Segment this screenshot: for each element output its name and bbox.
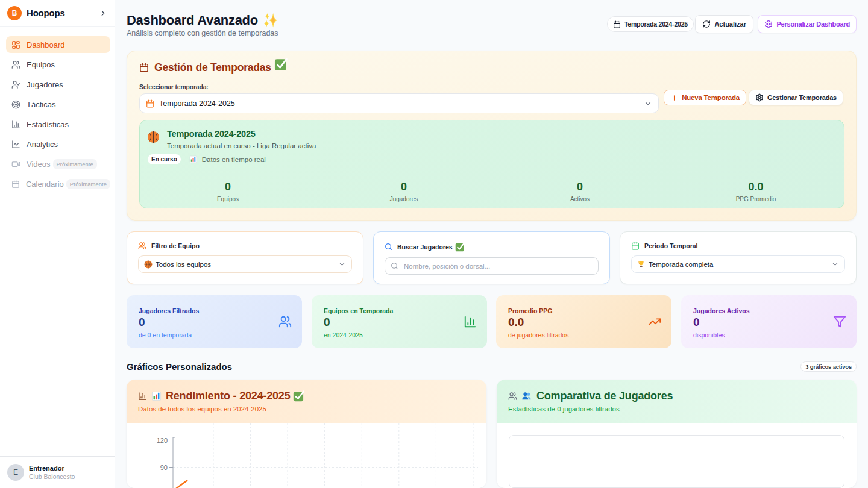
- svg-text:120: 120: [157, 437, 168, 444]
- svg-text:90: 90: [160, 464, 168, 471]
